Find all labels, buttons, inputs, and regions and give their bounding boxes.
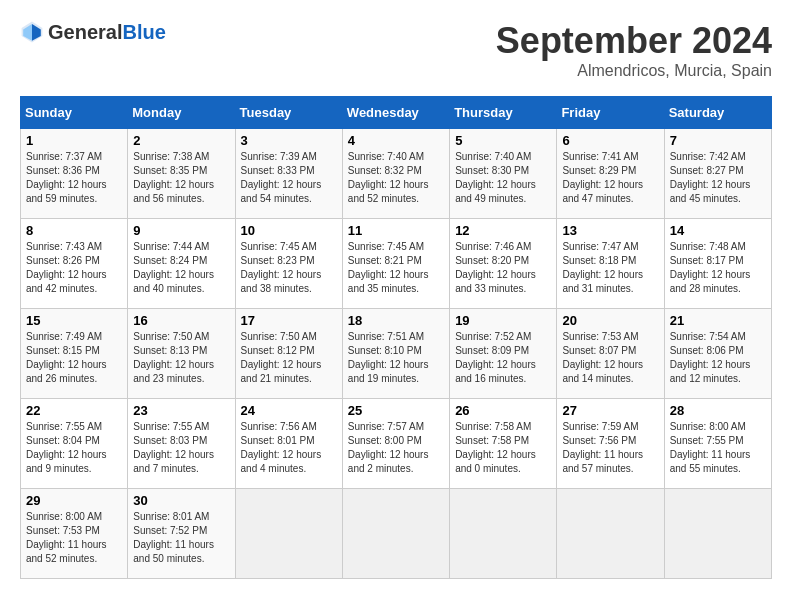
day-number: 25: [348, 403, 444, 418]
day-details: Sunrise: 7:43 AMSunset: 8:26 PMDaylight:…: [26, 241, 107, 294]
calendar-cell: 5Sunrise: 7:40 AMSunset: 8:30 PMDaylight…: [450, 129, 557, 219]
day-details: Sunrise: 7:48 AMSunset: 8:17 PMDaylight:…: [670, 241, 751, 294]
calendar-cell: 22Sunrise: 7:55 AMSunset: 8:04 PMDayligh…: [21, 399, 128, 489]
logo-text: GeneralBlue: [48, 21, 166, 44]
day-details: Sunrise: 7:41 AMSunset: 8:29 PMDaylight:…: [562, 151, 643, 204]
day-number: 23: [133, 403, 229, 418]
day-number: 18: [348, 313, 444, 328]
day-details: Sunrise: 7:47 AMSunset: 8:18 PMDaylight:…: [562, 241, 643, 294]
calendar-cell: 13Sunrise: 7:47 AMSunset: 8:18 PMDayligh…: [557, 219, 664, 309]
day-details: Sunrise: 7:59 AMSunset: 7:56 PMDaylight:…: [562, 421, 643, 474]
calendar-cell: 29Sunrise: 8:00 AMSunset: 7:53 PMDayligh…: [21, 489, 128, 579]
day-details: Sunrise: 7:53 AMSunset: 8:07 PMDaylight:…: [562, 331, 643, 384]
calendar-cell: 17Sunrise: 7:50 AMSunset: 8:12 PMDayligh…: [235, 309, 342, 399]
col-wednesday: Wednesday: [342, 97, 449, 129]
calendar-cell: 23Sunrise: 7:55 AMSunset: 8:03 PMDayligh…: [128, 399, 235, 489]
calendar-week-row: 1Sunrise: 7:37 AMSunset: 8:36 PMDaylight…: [21, 129, 772, 219]
day-details: Sunrise: 7:44 AMSunset: 8:24 PMDaylight:…: [133, 241, 214, 294]
calendar-cell: 19Sunrise: 7:52 AMSunset: 8:09 PMDayligh…: [450, 309, 557, 399]
calendar-cell: 25Sunrise: 7:57 AMSunset: 8:00 PMDayligh…: [342, 399, 449, 489]
day-number: 27: [562, 403, 658, 418]
day-number: 4: [348, 133, 444, 148]
day-number: 29: [26, 493, 122, 508]
calendar-cell: [450, 489, 557, 579]
calendar-cell: 30Sunrise: 8:01 AMSunset: 7:52 PMDayligh…: [128, 489, 235, 579]
day-details: Sunrise: 7:54 AMSunset: 8:06 PMDaylight:…: [670, 331, 751, 384]
day-number: 28: [670, 403, 766, 418]
day-details: Sunrise: 7:40 AMSunset: 8:30 PMDaylight:…: [455, 151, 536, 204]
day-number: 20: [562, 313, 658, 328]
day-number: 13: [562, 223, 658, 238]
calendar-cell: [342, 489, 449, 579]
calendar-cell: 2Sunrise: 7:38 AMSunset: 8:35 PMDaylight…: [128, 129, 235, 219]
day-details: Sunrise: 7:51 AMSunset: 8:10 PMDaylight:…: [348, 331, 429, 384]
logo-icon: [20, 20, 44, 44]
day-details: Sunrise: 8:00 AMSunset: 7:53 PMDaylight:…: [26, 511, 107, 564]
col-friday: Friday: [557, 97, 664, 129]
logo-blue: Blue: [122, 21, 165, 43]
calendar-header-row: Sunday Monday Tuesday Wednesday Thursday…: [21, 97, 772, 129]
calendar-cell: 24Sunrise: 7:56 AMSunset: 8:01 PMDayligh…: [235, 399, 342, 489]
day-number: 12: [455, 223, 551, 238]
day-details: Sunrise: 7:57 AMSunset: 8:00 PMDaylight:…: [348, 421, 429, 474]
day-number: 10: [241, 223, 337, 238]
calendar-cell: 10Sunrise: 7:45 AMSunset: 8:23 PMDayligh…: [235, 219, 342, 309]
calendar-week-row: 29Sunrise: 8:00 AMSunset: 7:53 PMDayligh…: [21, 489, 772, 579]
day-details: Sunrise: 7:39 AMSunset: 8:33 PMDaylight:…: [241, 151, 322, 204]
header: GeneralBlue September 2024 Almendricos, …: [20, 20, 772, 80]
col-saturday: Saturday: [664, 97, 771, 129]
day-number: 30: [133, 493, 229, 508]
day-number: 5: [455, 133, 551, 148]
day-details: Sunrise: 7:38 AMSunset: 8:35 PMDaylight:…: [133, 151, 214, 204]
day-number: 6: [562, 133, 658, 148]
calendar-cell: 28Sunrise: 8:00 AMSunset: 7:55 PMDayligh…: [664, 399, 771, 489]
day-number: 15: [26, 313, 122, 328]
day-number: 9: [133, 223, 229, 238]
day-details: Sunrise: 7:42 AMSunset: 8:27 PMDaylight:…: [670, 151, 751, 204]
day-details: Sunrise: 7:45 AMSunset: 8:21 PMDaylight:…: [348, 241, 429, 294]
location-subtitle: Almendricos, Murcia, Spain: [496, 62, 772, 80]
calendar-cell: 16Sunrise: 7:50 AMSunset: 8:13 PMDayligh…: [128, 309, 235, 399]
day-number: 22: [26, 403, 122, 418]
calendar-week-row: 15Sunrise: 7:49 AMSunset: 8:15 PMDayligh…: [21, 309, 772, 399]
calendar-cell: 11Sunrise: 7:45 AMSunset: 8:21 PMDayligh…: [342, 219, 449, 309]
calendar-cell: [235, 489, 342, 579]
calendar-cell: 1Sunrise: 7:37 AMSunset: 8:36 PMDaylight…: [21, 129, 128, 219]
day-number: 3: [241, 133, 337, 148]
day-details: Sunrise: 7:40 AMSunset: 8:32 PMDaylight:…: [348, 151, 429, 204]
col-sunday: Sunday: [21, 97, 128, 129]
day-details: Sunrise: 7:55 AMSunset: 8:03 PMDaylight:…: [133, 421, 214, 474]
day-number: 1: [26, 133, 122, 148]
calendar-cell: [557, 489, 664, 579]
logo-general: General: [48, 21, 122, 43]
day-details: Sunrise: 7:55 AMSunset: 8:04 PMDaylight:…: [26, 421, 107, 474]
day-details: Sunrise: 7:50 AMSunset: 8:12 PMDaylight:…: [241, 331, 322, 384]
col-tuesday: Tuesday: [235, 97, 342, 129]
calendar-cell: 20Sunrise: 7:53 AMSunset: 8:07 PMDayligh…: [557, 309, 664, 399]
day-details: Sunrise: 7:58 AMSunset: 7:58 PMDaylight:…: [455, 421, 536, 474]
title-area: September 2024 Almendricos, Murcia, Spai…: [496, 20, 772, 80]
calendar-cell: 14Sunrise: 7:48 AMSunset: 8:17 PMDayligh…: [664, 219, 771, 309]
calendar-week-row: 22Sunrise: 7:55 AMSunset: 8:04 PMDayligh…: [21, 399, 772, 489]
day-number: 17: [241, 313, 337, 328]
day-number: 19: [455, 313, 551, 328]
calendar-cell: 27Sunrise: 7:59 AMSunset: 7:56 PMDayligh…: [557, 399, 664, 489]
day-details: Sunrise: 7:52 AMSunset: 8:09 PMDaylight:…: [455, 331, 536, 384]
calendar-cell: 26Sunrise: 7:58 AMSunset: 7:58 PMDayligh…: [450, 399, 557, 489]
day-number: 8: [26, 223, 122, 238]
calendar-table: Sunday Monday Tuesday Wednesday Thursday…: [20, 96, 772, 579]
day-details: Sunrise: 7:50 AMSunset: 8:13 PMDaylight:…: [133, 331, 214, 384]
calendar-cell: 18Sunrise: 7:51 AMSunset: 8:10 PMDayligh…: [342, 309, 449, 399]
calendar-cell: 15Sunrise: 7:49 AMSunset: 8:15 PMDayligh…: [21, 309, 128, 399]
calendar-cell: 7Sunrise: 7:42 AMSunset: 8:27 PMDaylight…: [664, 129, 771, 219]
calendar-cell: 3Sunrise: 7:39 AMSunset: 8:33 PMDaylight…: [235, 129, 342, 219]
day-number: 24: [241, 403, 337, 418]
day-number: 26: [455, 403, 551, 418]
calendar-cell: 4Sunrise: 7:40 AMSunset: 8:32 PMDaylight…: [342, 129, 449, 219]
day-details: Sunrise: 7:45 AMSunset: 8:23 PMDaylight:…: [241, 241, 322, 294]
day-details: Sunrise: 7:56 AMSunset: 8:01 PMDaylight:…: [241, 421, 322, 474]
calendar-cell: 21Sunrise: 7:54 AMSunset: 8:06 PMDayligh…: [664, 309, 771, 399]
col-monday: Monday: [128, 97, 235, 129]
calendar-cell: 12Sunrise: 7:46 AMSunset: 8:20 PMDayligh…: [450, 219, 557, 309]
calendar-cell: [664, 489, 771, 579]
